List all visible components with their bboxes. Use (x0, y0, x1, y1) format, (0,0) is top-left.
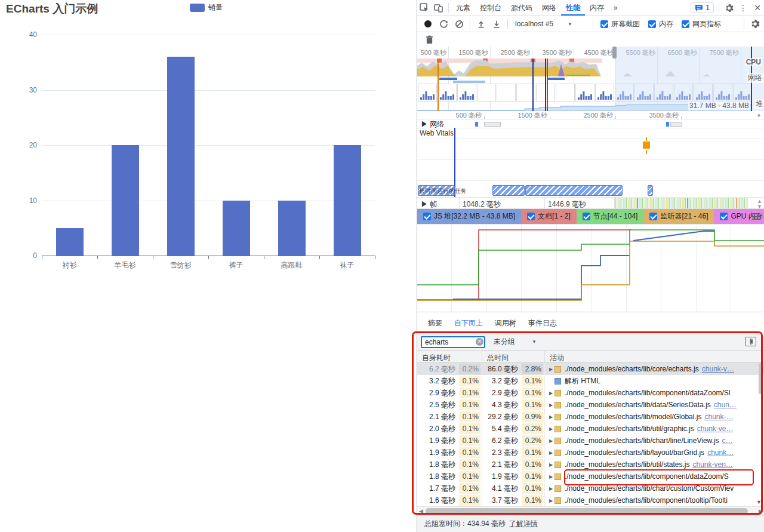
delete-recording-icon[interactable] (422, 32, 436, 47)
expand-arrow-icon[interactable]: ▶ (547, 414, 554, 420)
network-request-bar[interactable] (666, 122, 669, 127)
source-link[interactable]: c… (722, 436, 733, 445)
memory-checkbox[interactable]: 内存 (648, 19, 673, 29)
screenshot-thumbnail[interactable] (497, 84, 516, 102)
cell-activity[interactable]: ▶./node_modules/echarts/lib/util/graphic… (545, 423, 764, 435)
cell-activity[interactable]: ▶./node_modules/echarts/lib/layout/barGr… (545, 447, 764, 459)
expand-arrow-icon[interactable]: ▶ (547, 462, 554, 468)
scroll-up-icon[interactable]: ▲ (756, 112, 762, 118)
long-task-bar[interactable] (525, 185, 623, 196)
reload-and-record-icon[interactable] (436, 17, 451, 31)
screenshots-checkbox[interactable]: 屏幕截图 (600, 19, 640, 29)
bar-高跟鞋[interactable] (278, 201, 306, 256)
table-row[interactable]: 2.5 毫秒0.1%4.3 毫秒0.1%▶./node_modules/echa… (417, 399, 764, 411)
long-task-bar[interactable] (492, 185, 525, 196)
cell-activity[interactable]: ▶./node_modules/echarts/lib/component/to… (545, 494, 764, 506)
memory-counters-chart[interactable] (417, 225, 764, 312)
clear-filter-icon[interactable]: ✕ (476, 338, 483, 346)
cell-activity[interactable]: ▶./node_modules/echarts/lib/chart/line/L… (545, 435, 764, 447)
cell-activity[interactable]: ▶./node_modules/echarts/lib/chart/custom… (545, 482, 764, 494)
tab-控制台[interactable]: 控制台 (475, 0, 506, 16)
table-row[interactable]: 1.9 毫秒0.1%6.2 毫秒0.2%▶./node_modules/echa… (417, 435, 764, 447)
tab-元素[interactable]: 元素 (451, 0, 475, 16)
bar-羊毛衫[interactable] (112, 145, 139, 256)
tab-源代码[interactable]: 源代码 (506, 0, 537, 16)
web-vitals-checkbox[interactable]: 网页指标 (682, 19, 721, 29)
timeline-overview[interactable]: 500 毫秒1500 毫秒2500 毫秒3500 毫秒4500 毫秒5500 毫… (417, 47, 764, 111)
source-link[interactable]: chunk-ven… (692, 460, 732, 469)
expand-arrow-icon[interactable]: ▶ (547, 486, 554, 491)
screenshot-thumbnail[interactable] (457, 84, 476, 102)
kebab-menu-icon[interactable]: ⋮ (736, 1, 750, 15)
source-link[interactable]: chunk-v… (702, 365, 734, 373)
scroll-right-icon[interactable]: ▶ (759, 508, 763, 514)
save-profile-icon[interactable] (489, 17, 504, 31)
screenshot-thumbnail[interactable] (595, 84, 614, 102)
screenshot-thumbnail[interactable] (418, 84, 437, 102)
learn-more-link[interactable]: 了解详情 (509, 519, 538, 529)
table-row[interactable]: 3.2 毫秒0.1%3.2 毫秒0.1%解析 HTML (417, 375, 764, 387)
table-row[interactable]: 2.9 毫秒0.1%2.9 毫秒0.1%▶./node_modules/echa… (417, 387, 764, 399)
tab-性能[interactable]: 性能 (561, 0, 585, 16)
frames-track[interactable]: ▶ 帧 1048.2 毫秒 1446.9 毫秒 ▲ ▼ (417, 197, 764, 209)
legend-chip[interactable]: 节点[44 - 104] (577, 209, 644, 224)
cell-activity[interactable]: ▶./node_modules/echarts/lib/component/da… (545, 387, 764, 399)
hamburger-menu-icon[interactable] (752, 213, 760, 220)
expand-arrow-icon[interactable]: ▶ (547, 390, 554, 396)
capture-settings-gear-icon[interactable] (748, 17, 762, 31)
device-toolbar-icon[interactable] (432, 1, 446, 15)
screenshot-thumbnail[interactable] (477, 84, 496, 102)
tab-调用树[interactable]: 调用树 (489, 315, 522, 333)
load-profile-icon[interactable] (474, 17, 488, 31)
scroll-down-icon[interactable]: ▼ (756, 499, 762, 505)
table-row[interactable]: 1.9 毫秒0.1%2.3 毫秒0.1%▶./node_modules/echa… (417, 447, 764, 459)
record-button[interactable] (424, 20, 432, 27)
tab-摘要[interactable]: 摘要 (422, 315, 448, 333)
screenshot-thumbnail[interactable] (575, 84, 594, 102)
expand-arrow-icon[interactable]: ▶ (547, 474, 554, 479)
tab-»[interactable]: » (609, 0, 623, 16)
expand-arrow-icon[interactable]: ▶ (547, 438, 554, 444)
legend-chip[interactable]: JS 堆[32.2 MB - 43.8 MB] (417, 209, 521, 224)
table-row[interactable]: 1.7 毫秒0.1%4.1 毫秒0.1%▶./node_modules/echa… (417, 482, 764, 494)
scrollbar-thumb[interactable] (426, 508, 748, 514)
table-horizontal-scrollbar[interactable]: ◀ ▶ (417, 506, 764, 515)
tab-网络[interactable]: 网络 (537, 0, 561, 16)
legend-chip[interactable]: 文档[1 - 2] (521, 209, 577, 224)
grouping-selector[interactable]: 未分组 ▼ (494, 337, 537, 347)
expand-arrow-icon[interactable]: ▶ (547, 367, 554, 372)
lcp-marker-icon[interactable] (643, 142, 650, 149)
inspect-element-icon[interactable] (417, 1, 432, 15)
table-row[interactable]: 6.2 毫秒0.2%86.0 毫秒2.8%▶./node_modules/ech… (417, 363, 764, 375)
clear-recording-icon[interactable] (452, 17, 466, 31)
network-request-bar[interactable] (670, 122, 682, 127)
source-link[interactable]: chunk-ve… (697, 425, 734, 433)
cell-activity[interactable]: ▶./node_modules/echarts/lib/component/da… (545, 471, 764, 482)
scroll-left-icon[interactable]: ◀ (419, 508, 423, 514)
column-header-self-time[interactable]: 自身耗时 (417, 351, 482, 362)
cell-activity[interactable]: ▶./node_modules/echarts/lib/core/echarts… (545, 363, 764, 375)
bar-衬衫[interactable] (56, 228, 84, 256)
expand-arrow-icon[interactable]: ▶ (547, 402, 554, 408)
profile-selector[interactable]: localhost #5 ▼ (512, 20, 589, 28)
web-vitals-track-label[interactable]: Web Vitals (420, 129, 454, 137)
column-header-activity[interactable]: 活动 (545, 351, 764, 362)
cell-activity[interactable]: ▶./node_modules/echarts/lib/util/states.… (545, 459, 764, 471)
table-vertical-scrollbar[interactable] (759, 363, 763, 394)
expand-arrow-icon[interactable]: ▶ (547, 498, 554, 503)
column-header-total-time[interactable]: 总时间 (482, 351, 545, 362)
legend-chip[interactable]: 监听器[21 - 46] (643, 209, 714, 224)
tab-自下而上[interactable]: 自下而上 (448, 315, 489, 333)
long-task-bar[interactable] (648, 185, 653, 196)
network-request-bar[interactable] (484, 122, 501, 127)
bar-雪纺衫[interactable] (167, 57, 195, 256)
close-devtools-icon[interactable]: ✕ (750, 1, 764, 15)
table-row[interactable]: 1.8 毫秒0.1%1.9 毫秒0.1%▶./node_modules/echa… (417, 471, 764, 482)
bar-袜子[interactable] (334, 145, 361, 256)
tracks-pane[interactable]: ▶ 网络 Web Vitals 长时间运行的任务 (417, 119, 764, 197)
show-sidebar-icon[interactable] (745, 337, 756, 346)
table-row[interactable]: 2.0 毫秒0.1%5.4 毫秒0.2%▶./node_modules/echa… (417, 423, 764, 435)
issues-badge[interactable]: 1 (691, 2, 714, 13)
cell-activity[interactable]: 解析 HTML (545, 375, 764, 387)
expand-arrow-icon[interactable]: ▶ (547, 450, 554, 456)
